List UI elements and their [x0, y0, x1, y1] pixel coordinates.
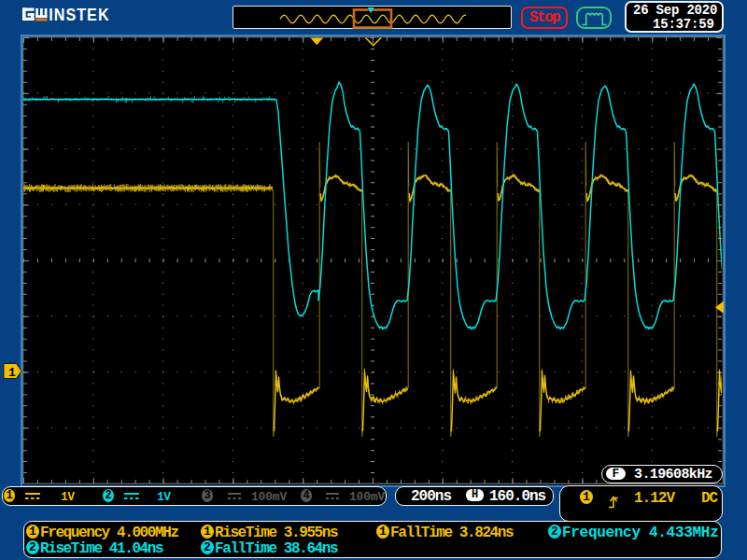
svg-text:1: 1: [8, 366, 16, 380]
